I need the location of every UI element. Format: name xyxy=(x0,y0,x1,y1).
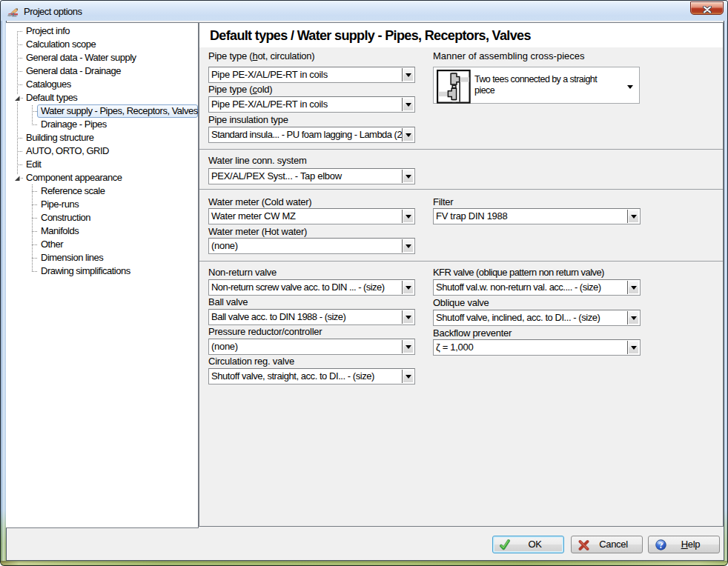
svg-text:?: ? xyxy=(659,541,664,550)
